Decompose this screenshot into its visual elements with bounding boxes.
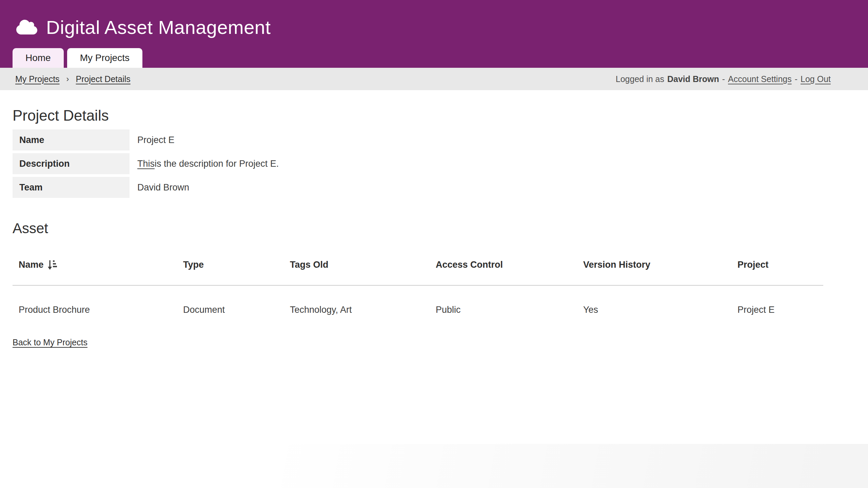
column-header-tags-old-label: Tags Old xyxy=(290,260,329,270)
cell-asset-project: Project E xyxy=(731,286,823,331)
tab-bar: Home My Projects xyxy=(13,48,142,68)
breadcrumb-bar: My Projects › Project Details Logged in … xyxy=(0,68,868,90)
main-content: Project Details Name Project E Descripti… xyxy=(0,107,868,347)
detail-value-team: David Brown xyxy=(130,177,189,198)
column-header-version-history-label: Version History xyxy=(583,260,650,270)
breadcrumb: My Projects › Project Details xyxy=(15,74,131,84)
column-header-version-history: Version History xyxy=(577,249,731,285)
tab-my-projects-label: My Projects xyxy=(80,53,130,63)
column-header-tags-old: Tags Old xyxy=(284,249,430,285)
detail-row-description: Description This is the description for … xyxy=(13,153,868,174)
detail-row-team: Team David Brown xyxy=(13,177,868,198)
cell-asset-tags: Technology, Art xyxy=(284,286,430,331)
tab-home[interactable]: Home xyxy=(13,48,64,68)
session-dash: - xyxy=(722,74,725,84)
detail-label-team: Team xyxy=(13,177,130,198)
cell-asset-type: Document xyxy=(177,286,284,331)
breadcrumb-project-details-link[interactable]: Project Details xyxy=(76,74,131,84)
cell-asset-access: Public xyxy=(430,286,577,331)
asset-table: Name Type Tags Old Access Control xyxy=(13,249,823,331)
column-header-access-control: Access Control xyxy=(430,249,577,285)
column-header-name[interactable]: Name xyxy=(13,249,177,285)
cell-asset-name: Product Brochure xyxy=(13,286,177,331)
detail-value-description: This is the description for Project E. xyxy=(130,153,279,174)
breadcrumb-chevron-icon: › xyxy=(66,74,69,84)
table-row: Product Brochure Document Technology, Ar… xyxy=(13,286,823,331)
asset-section-heading: Asset xyxy=(13,220,868,237)
session-user-name: David Brown xyxy=(667,74,719,84)
column-header-name-label: Name xyxy=(19,260,44,270)
breadcrumb-my-projects-link[interactable]: My Projects xyxy=(15,74,60,84)
account-settings-link[interactable]: Account Settings xyxy=(728,74,792,84)
session-dash-2: - xyxy=(795,74,797,84)
cell-asset-version: Yes xyxy=(577,286,731,331)
project-details-table: Name Project E Description This is the d… xyxy=(13,129,868,198)
tab-my-projects[interactable]: My Projects xyxy=(67,48,142,68)
column-header-project-label: Project xyxy=(737,260,769,270)
page-title: Project Details xyxy=(13,107,868,124)
brand: Digital Asset Management xyxy=(0,0,868,44)
back-to-my-projects-link[interactable]: Back to My Projects xyxy=(13,338,87,347)
sort-amount-desc-icon[interactable] xyxy=(48,260,57,270)
description-rest-text: is the description for Project E. xyxy=(155,159,279,169)
page-bottom-gradient xyxy=(0,444,868,488)
asset-table-header-row: Name Type Tags Old Access Control xyxy=(13,249,823,286)
detail-row-name: Name Project E xyxy=(13,129,868,150)
detail-value-name: Project E xyxy=(130,129,175,150)
tab-home-label: Home xyxy=(25,53,51,63)
detail-label-description: Description xyxy=(13,153,130,174)
log-out-link[interactable]: Log Out xyxy=(801,74,831,84)
description-this-link[interactable]: This xyxy=(137,159,155,169)
column-header-access-control-label: Access Control xyxy=(436,260,503,270)
app-title: Digital Asset Management xyxy=(46,16,271,38)
column-header-type-label: Type xyxy=(183,260,204,270)
column-header-project: Project xyxy=(731,249,823,285)
app-header: Digital Asset Management Home My Project… xyxy=(0,0,868,68)
back-link-wrap: Back to My Projects xyxy=(13,338,868,347)
session-info: Logged in as David Brown - Account Setti… xyxy=(616,74,831,84)
session-prefix: Logged in as xyxy=(616,74,664,84)
cloud-icon xyxy=(16,19,37,36)
column-header-type: Type xyxy=(177,249,284,285)
detail-label-name: Name xyxy=(13,129,130,150)
